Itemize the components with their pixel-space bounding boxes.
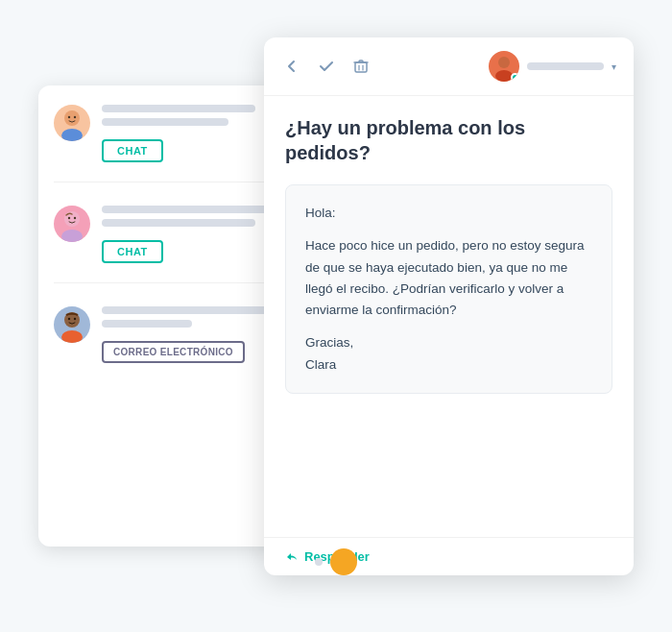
trash-button[interactable] (350, 56, 372, 77)
dot-indicator-active (330, 548, 357, 575)
svg-point-9 (61, 330, 83, 343)
svg-point-3 (74, 116, 76, 118)
user-avatar (489, 51, 519, 82)
check-button[interactable] (316, 56, 337, 77)
svg-point-2 (68, 116, 70, 118)
user-name-placeholder (527, 62, 604, 70)
chat-button[interactable]: CHAT (102, 240, 163, 263)
svg-point-11 (74, 318, 76, 320)
greeting: Hola: (305, 203, 592, 224)
reply-icon (285, 550, 299, 564)
svg-point-1 (61, 129, 83, 141)
inbox-panel: CHAT CHAT (38, 85, 298, 547)
back-button[interactable] (281, 56, 302, 77)
inbox-item-content: CHAT (102, 206, 282, 263)
dot-indicator (315, 558, 323, 566)
preview-line (102, 118, 228, 126)
svg-point-0 (64, 110, 80, 126)
status-dot (511, 73, 519, 82)
message-subject: ¿Hay un problema con los pedidos? (285, 115, 612, 165)
inbox-item: CORREO ELECTRÓNICO (54, 306, 282, 382)
svg-point-6 (68, 217, 70, 219)
detail-panel: ▾ ¿Hay un problema con los pedidos? Hola… (264, 37, 634, 575)
inbox-item-content: CHAT (102, 105, 282, 162)
email-button[interactable]: CORREO ELECTRÓNICO (102, 341, 245, 363)
svg-rect-12 (355, 62, 367, 72)
main-scene: CHAT CHAT (38, 37, 634, 595)
inbox-item: CHAT (54, 206, 282, 283)
bottom-dots (315, 548, 357, 575)
svg-point-7 (74, 217, 76, 219)
name-line (102, 105, 255, 112)
preview-line (102, 320, 192, 328)
inbox-item: CHAT (54, 105, 282, 182)
inbox-item-content: CORREO ELECTRÓNICO (102, 306, 282, 363)
chat-button[interactable]: CHAT (102, 139, 163, 162)
name-line (102, 206, 282, 213)
avatar (54, 306, 90, 343)
detail-header: ▾ (264, 37, 634, 96)
avatar (54, 206, 90, 242)
svg-point-16 (498, 57, 510, 68)
message-box: Hola: Hace poco hice un pedido, pero no … (285, 184, 612, 394)
closing: Gracias, Clara (305, 332, 592, 376)
detail-body: ¿Hay un problema con los pedidos? Hola: … (264, 96, 634, 537)
svg-point-5 (61, 230, 83, 242)
user-selector[interactable]: ▾ (489, 51, 616, 82)
body: Hace poco hice un pedido, pero no estoy … (305, 235, 592, 321)
name-line (102, 306, 282, 314)
chevron-down-icon: ▾ (612, 61, 616, 72)
avatar (54, 105, 90, 141)
message-text: Hola: Hace poco hice un pedido, pero no … (305, 203, 592, 376)
preview-line (102, 219, 255, 227)
svg-point-10 (68, 318, 70, 320)
